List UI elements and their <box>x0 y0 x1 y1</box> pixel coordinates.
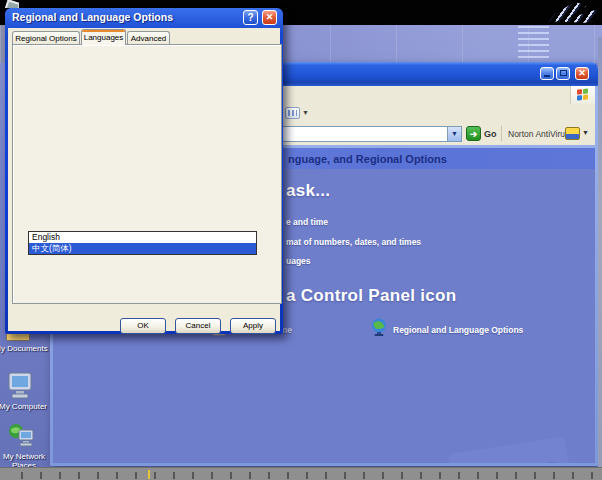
views-icon[interactable] <box>285 107 300 119</box>
tab-advanced[interactable]: Advanced <box>127 31 170 44</box>
network-icon <box>6 422 36 450</box>
norton-caret-icon[interactable]: ▼ <box>582 129 589 136</box>
minimize-button[interactable] <box>540 67 554 80</box>
cancel-button[interactable]: Cancel <box>175 318 221 334</box>
close-icon[interactable]: ✕ <box>262 10 277 25</box>
desktop-icon-label: My Computer <box>0 402 54 411</box>
norton-antivirus-icon[interactable] <box>565 127 580 140</box>
desktop-icon-label: My Documents <box>0 344 52 353</box>
task-link-formats[interactable]: mat of numbers, dates, and times <box>286 237 421 247</box>
toolbar-separator <box>501 126 502 141</box>
maximize-button[interactable] <box>556 67 570 80</box>
desktop-right-sliver <box>598 37 602 467</box>
help-button[interactable]: ? <box>243 10 258 25</box>
watermark-graphic <box>443 334 595 463</box>
pick-task-heading: ask... <box>286 181 330 201</box>
close-button[interactable]: ✕ <box>575 67 589 80</box>
playhead-marker[interactable] <box>148 470 150 479</box>
address-dropdown-button[interactable]: ▼ <box>447 126 462 142</box>
globe-icon[interactable] <box>369 317 389 337</box>
apply-button[interactable]: Apply <box>230 318 276 334</box>
go-button[interactable]: ➔ <box>466 126 481 141</box>
task-link-date-time[interactable]: e and time <box>286 217 328 227</box>
pick-icon-heading: a Control Panel icon <box>286 286 456 306</box>
ok-button[interactable]: OK <box>120 318 166 334</box>
windows-flag-icon <box>577 88 589 101</box>
timeline-ruler[interactable] <box>0 467 602 480</box>
task-link-languages[interactable]: uages <box>286 256 311 266</box>
views-caret-icon[interactable]: ▼ <box>302 109 309 116</box>
desktop-icon-my-computer[interactable]: My Computer <box>6 370 36 404</box>
computer-icon <box>6 370 36 400</box>
languages-tab-panel <box>12 44 282 304</box>
norton-antivirus-label[interactable]: Norton AntiVirus <box>508 129 569 139</box>
screen: ✕ ▼ ▼ ➔ Go Norton AntiVirus ▼ nguage, an… <box>0 0 602 480</box>
tab-regional-options[interactable]: Regional Options <box>12 31 80 44</box>
maximize-icon <box>560 70 567 76</box>
dropdown-option-chinese[interactable]: 中文(简体) <box>29 243 256 254</box>
tab-languages[interactable]: Languages <box>81 29 126 45</box>
wallpaper-ladder-pattern <box>518 26 549 64</box>
dialog-title: Regional and Language Options <box>12 11 173 23</box>
minimize-icon <box>544 75 550 77</box>
panel-icon-label-regional[interactable]: Regional and Language Options <box>393 325 523 335</box>
dropdown-option-english[interactable]: English <box>29 232 256 243</box>
dialog-body: Regional Options Languages Advanced Text… <box>8 28 280 331</box>
windows-logo-box <box>570 86 595 104</box>
go-label[interactable]: Go <box>484 129 497 139</box>
language-dropdown-list: English 中文(简体) <box>28 231 257 255</box>
partial-desktop-icon <box>3 0 19 8</box>
regional-language-options-dialog: Regional and Language Options ? ✕ Region… <box>5 8 283 334</box>
category-header-text: nguage, and Regional Options <box>288 153 447 165</box>
desktop-icon-my-network-places[interactable]: My Network Places <box>6 422 36 454</box>
